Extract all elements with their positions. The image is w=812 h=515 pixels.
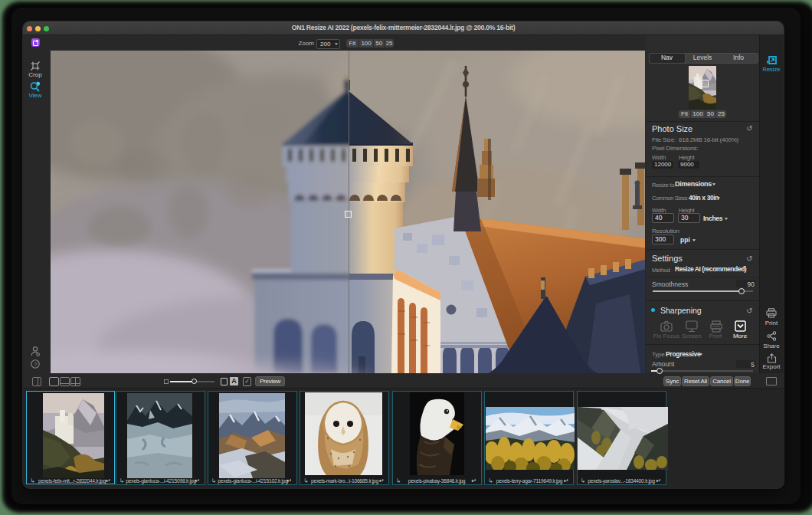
svg-text:?: ? bbox=[34, 361, 37, 368]
